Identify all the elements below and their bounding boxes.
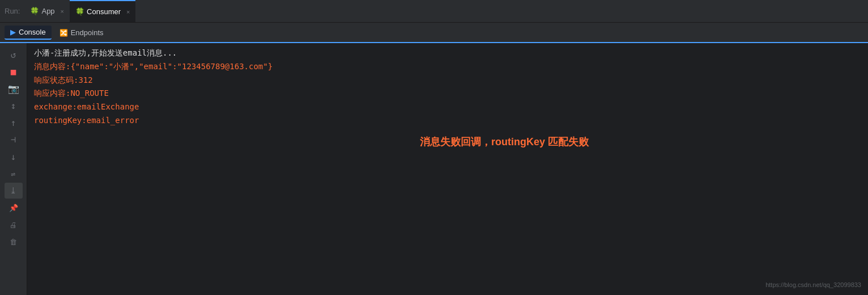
sort-icon <box>11 100 16 111</box>
log-line-4: 响应内容:NO_ROUTE <box>34 87 861 100</box>
arrow-up-icon <box>11 117 16 128</box>
run-label: Run: <box>5 7 20 15</box>
title-bar: Run: 🍀 App × 🍀 Consumer × <box>0 0 868 23</box>
stop-button[interactable] <box>5 64 23 79</box>
camera-icon: 📷 <box>8 83 19 94</box>
tab-endpoints[interactable]: Endpoints <box>54 26 109 39</box>
tab-consumer-close[interactable]: × <box>126 9 130 15</box>
tab-console-label: Console <box>19 28 46 36</box>
log-line-2: 消息内容:{"name":"小潘","email":"123456789@163… <box>34 60 861 74</box>
console-tab-icon <box>10 28 16 36</box>
tab-consumer[interactable]: 🍀 Consumer × <box>70 0 135 22</box>
tab-app-label: App <box>41 7 54 15</box>
camera-button[interactable]: 📷 <box>5 81 23 96</box>
delete-button[interactable]: 🗑 <box>5 234 23 250</box>
tab-consumer-label: Consumer <box>87 7 121 16</box>
sort-button[interactable] <box>5 98 23 113</box>
import-button[interactable]: ⤓ <box>5 183 23 199</box>
refresh-button[interactable] <box>5 47 23 62</box>
tab-app[interactable]: 🍀 App × <box>24 0 70 22</box>
trash-icon: 🗑 <box>10 238 17 246</box>
scroll-down-button[interactable] <box>5 149 23 165</box>
pin-icon: 📌 <box>9 204 18 212</box>
log-line-6: routingKey:email_error <box>34 114 861 128</box>
log-line-5: exchange:emailExchange <box>34 100 861 114</box>
log-line-3: 响应状态码:312 <box>34 74 861 87</box>
wrap-icon: ⇌ <box>11 170 16 178</box>
console-output: 小潘-注册成功,开始发送email消息... 消息内容:{"name":"小潘"… <box>27 43 868 295</box>
print-button[interactable]: 🖨 <box>5 217 23 233</box>
log-line-1: 小潘-注册成功,开始发送email消息... <box>34 47 861 60</box>
toolbar-row: Console Endpoints <box>0 23 868 43</box>
left-sidebar: 📷 ⊣ ⇌ ⤓ 📌 🖨 🗑 <box>0 43 27 295</box>
wrap-button[interactable]: ⇌ <box>5 166 23 182</box>
login-button[interactable]: ⊣ <box>5 132 23 148</box>
stop-icon <box>11 66 16 77</box>
tab-endpoints-label: Endpoints <box>71 28 104 37</box>
main-area: 📷 ⊣ ⇌ ⤓ 📌 🖨 🗑 小潘-注册成功,开始发送emai <box>0 43 868 295</box>
pin-button[interactable]: 📌 <box>5 200 23 216</box>
refresh-icon <box>11 49 16 60</box>
tab-console[interactable]: Console <box>5 26 52 40</box>
watermark: https://blog.csdn.net/qq_32099833 <box>765 280 861 290</box>
log-line-7: 消息失败回调，routingKey 匹配失败 <box>34 133 861 151</box>
print-icon: 🖨 <box>10 221 17 229</box>
import-icon: ⤓ <box>10 186 17 196</box>
arrow-down-icon <box>11 151 16 162</box>
scroll-up-button[interactable] <box>5 115 23 130</box>
endpoints-icon <box>59 28 68 37</box>
tab-app-close[interactable]: × <box>61 8 64 15</box>
login-icon: ⊣ <box>11 134 16 145</box>
